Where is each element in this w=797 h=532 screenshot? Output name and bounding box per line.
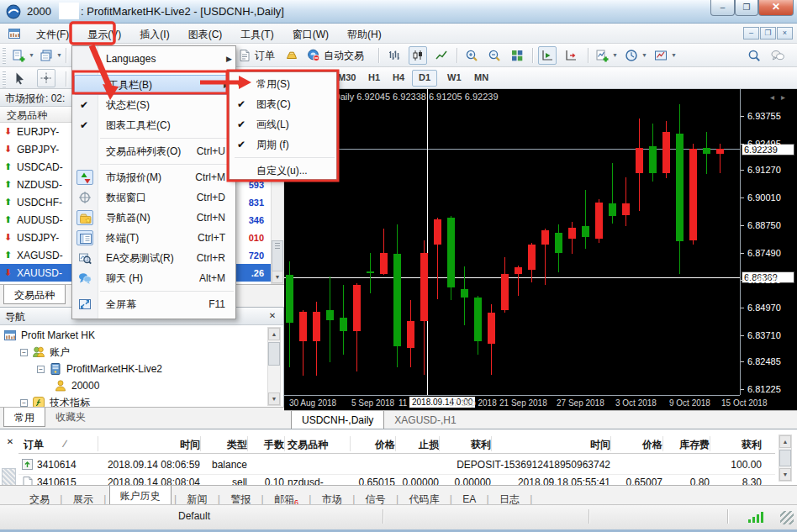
cursor-button[interactable] — [10, 69, 29, 87]
column-header-8[interactable]: 时间 — [590, 438, 610, 452]
chart-tab-0[interactable]: USDCNH-,Daily — [291, 411, 384, 429]
profiles-dropdown-arrow[interactable]: ▼ — [56, 52, 62, 58]
view-menu-item-10[interactable]: 聊天 (H)Alt+M — [72, 268, 235, 288]
column-divider[interactable] — [439, 436, 440, 451]
timeframe-d1[interactable]: D1 — [412, 70, 437, 87]
column-header-1[interactable]: 时间 — [180, 438, 200, 452]
view-menu-item-2[interactable]: ✔状态栏(S) — [72, 95, 235, 115]
toolbar-grip[interactable] — [3, 71, 6, 87]
scroll-down-arrow[interactable]: ▼ — [779, 468, 791, 481]
tab-symbols[interactable]: 交易品种 — [3, 285, 66, 304]
toolbars-submenu-item-3[interactable]: ✔周期 (f) — [230, 134, 336, 155]
menu-item-5[interactable]: 窗口(W) — [283, 24, 338, 44]
scroll-down-arrow[interactable]: ▼ — [272, 271, 283, 283]
navigator-scrollbar[interactable]: ▲ ▼ — [267, 327, 281, 406]
new-order-button[interactable]: 订单 — [235, 46, 277, 65]
periods-button[interactable] — [622, 46, 641, 65]
timeframe-h4[interactable]: H4 — [387, 70, 410, 87]
title-bar[interactable]: 2000 : ProfitMarketHK-Live2 - [USDCNH-,D… — [0, 0, 797, 24]
navigator-tab-0[interactable]: 常用 — [3, 408, 45, 427]
scroll-down-arrow[interactable]: ▼ — [268, 392, 280, 405]
view-menu-item-1[interactable]: 工具栏(B)▶ — [74, 75, 234, 95]
column-divider[interactable] — [247, 436, 248, 451]
gold-icon-button[interactable] — [282, 46, 301, 65]
column-divider[interactable] — [98, 436, 98, 451]
column-divider[interactable] — [491, 436, 492, 451]
zoom-out-button[interactable] — [485, 46, 504, 65]
column-header-11[interactable]: 获利 — [742, 438, 762, 452]
scroll-up-arrow[interactable]: ▲ — [779, 435, 791, 448]
tree-expander-icon[interactable]: − — [20, 349, 28, 356]
scrollbar-thumb[interactable] — [779, 450, 791, 466]
menu-view[interactable]: 显示(V) — [78, 24, 130, 44]
column-header-7[interactable]: 获利 — [471, 438, 491, 452]
column-header-9[interactable]: 价格 — [642, 438, 662, 452]
menu-item-6[interactable]: 帮助(H) — [338, 24, 391, 44]
price-axis[interactable]: 6.92239 6.86369 6.937556.924956.912706.9… — [740, 89, 797, 395]
line-chart-button[interactable] — [432, 46, 451, 65]
navigator-tab-1[interactable]: 收藏夹 — [55, 410, 86, 424]
column-header-10[interactable]: 库存费 — [679, 438, 710, 452]
new-chart-button[interactable] — [9, 46, 28, 65]
scroll-up-arrow[interactable]: ▲ — [268, 328, 280, 340]
tree-expander-icon[interactable]: − — [20, 399, 28, 407]
timeframe-w1[interactable]: W1 — [441, 70, 467, 87]
search-button[interactable] — [745, 46, 763, 65]
crosshair-button[interactable] — [37, 69, 55, 87]
templates-dropdown-arrow[interactable]: ▼ — [671, 52, 677, 58]
column-header-0[interactable]: 订单 — [24, 438, 44, 452]
autotrade-button[interactable]: 自动交易 — [304, 46, 367, 65]
view-menu-item-0[interactable]: Languages▶ — [72, 49, 235, 69]
view-menu-item-6[interactable]: 数据窗口Ctrl+D — [72, 187, 235, 208]
chart-tab-scroll-arrows[interactable]: ◂▸ — [770, 92, 792, 102]
timeframe-h1[interactable]: H1 — [362, 70, 386, 87]
menu-item-0[interactable]: 文件(F) — [27, 24, 78, 44]
chart-plot-area[interactable]: USDCNH-,Daily 6.92045 6.92338 6.91205 6.… — [284, 89, 740, 395]
column-header-5[interactable]: 价格 — [375, 438, 395, 452]
minimize-button[interactable]: – — [710, 0, 735, 16]
mdi-minimize-button[interactable]: – — [743, 27, 759, 40]
tile-windows-button[interactable] — [508, 46, 526, 65]
navigator-close-icon[interactable]: ✕ — [267, 310, 278, 322]
profiles-button[interactable] — [37, 46, 55, 65]
chart-shift-button[interactable] — [538, 46, 557, 65]
column-divider[interactable] — [284, 436, 285, 451]
close-button[interactable]: ✕ — [758, 0, 794, 16]
auto-scroll-button[interactable] — [562, 46, 580, 65]
zoom-in-button[interactable] — [462, 46, 481, 65]
periods-dropdown-arrow[interactable]: ▼ — [641, 52, 647, 58]
nav-tree-2[interactable]: −ProfitMarketHK-Live2 — [3, 361, 264, 377]
chat-toolbar-button[interactable] — [768, 46, 787, 65]
toolbars-submenu-item-0[interactable]: ✔常用(S) — [230, 74, 336, 94]
column-header-2[interactable]: 类型 — [227, 438, 247, 452]
view-menu-item-4[interactable]: 交易品种列表(O)Ctrl+U — [72, 141, 235, 161]
nav-tree-1[interactable]: −账户 — [3, 344, 264, 361]
chart-tab-1[interactable]: XAGUSD-,H1 — [384, 411, 466, 429]
new-chart-dropdown-arrow[interactable]: ▼ — [29, 52, 34, 58]
mdi-close-button[interactable]: × — [777, 27, 793, 40]
column-divider[interactable] — [200, 436, 201, 451]
resize-grip[interactable] — [780, 511, 794, 524]
column-divider[interactable] — [395, 436, 396, 451]
toolbar-grip[interactable] — [3, 47, 6, 64]
column-header-3[interactable]: 手数 — [264, 438, 284, 452]
terminal-scrollbar[interactable]: ▲ ▼ — [779, 435, 792, 482]
column-divider[interactable] — [710, 436, 710, 451]
view-menu-item-5[interactable]: 市场报价(M)Ctrl+M — [72, 167, 235, 187]
view-menu-item-8[interactable]: 终端(T)Ctrl+T — [72, 228, 235, 248]
view-menu-item-11[interactable]: 全屏幕F11 — [72, 294, 235, 314]
nav-tree-3[interactable]: 20000 — [3, 377, 264, 394]
menu-item-4[interactable]: 工具(T) — [231, 24, 282, 44]
menu-item-3[interactable]: 图表(C) — [179, 24, 232, 44]
toolbars-submenu-item-4[interactable]: 自定义(u)... — [230, 161, 336, 181]
column-divider[interactable] — [610, 436, 611, 451]
view-menu-item-9[interactable]: EA交易测试(R)Ctrl+R — [72, 248, 235, 268]
timeframe-mn[interactable]: MN — [468, 70, 494, 87]
bar-chart-button[interactable] — [385, 46, 404, 65]
table-row[interactable]: 34106142018.09.14 08:06:59balanceDEPOSIT… — [0, 456, 797, 474]
candlestick-chart-button[interactable] — [409, 46, 427, 65]
toolbars-submenu-item-2[interactable]: ✔画线(L) — [230, 114, 336, 134]
column-header-6[interactable]: 止损 — [419, 438, 439, 452]
templates-button[interactable] — [652, 46, 670, 65]
column-divider[interactable] — [662, 436, 663, 451]
